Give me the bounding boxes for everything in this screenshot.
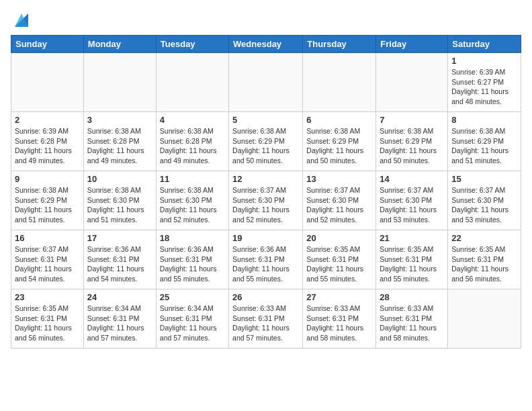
day-number: 19 bbox=[232, 233, 299, 243]
day-number: 18 bbox=[160, 233, 225, 243]
day-info: Sunrise: 6:33 AM Sunset: 6:31 PM Dayligh… bbox=[306, 304, 372, 343]
day-info: Sunrise: 6:38 AM Sunset: 6:28 PM Dayligh… bbox=[87, 126, 152, 166]
day-info: Sunrise: 6:37 AM Sunset: 6:31 PM Dayligh… bbox=[15, 244, 80, 284]
calendar-week-row: 23Sunrise: 6:35 AM Sunset: 6:31 PM Dayli… bbox=[11, 289, 521, 349]
calendar-cell bbox=[376, 53, 448, 112]
day-number: 12 bbox=[232, 174, 299, 184]
day-number: 10 bbox=[87, 174, 152, 184]
day-info: Sunrise: 6:33 AM Sunset: 6:31 PM Dayligh… bbox=[232, 304, 299, 343]
calendar-day-header: Monday bbox=[83, 36, 156, 53]
calendar-day-header: Saturday bbox=[448, 36, 521, 53]
calendar-cell: 2Sunrise: 6:39 AM Sunset: 6:28 PM Daylig… bbox=[11, 112, 84, 171]
calendar-cell bbox=[303, 53, 376, 112]
calendar-cell bbox=[83, 53, 156, 112]
day-number: 22 bbox=[451, 233, 517, 243]
day-number: 8 bbox=[451, 115, 517, 125]
day-number: 2 bbox=[15, 115, 80, 125]
day-info: Sunrise: 6:35 AM Sunset: 6:31 PM Dayligh… bbox=[451, 244, 517, 284]
calendar-cell: 14Sunrise: 6:37 AM Sunset: 6:30 PM Dayli… bbox=[376, 171, 448, 230]
page: SundayMondayTuesdayWednesdayThursdayFrid… bbox=[0, 0, 532, 411]
calendar-cell: 12Sunrise: 6:37 AM Sunset: 6:30 PM Dayli… bbox=[229, 171, 303, 230]
calendar-header-row: SundayMondayTuesdayWednesdayThursdayFrid… bbox=[11, 36, 521, 53]
calendar-cell: 27Sunrise: 6:33 AM Sunset: 6:31 PM Dayli… bbox=[303, 289, 376, 349]
day-number: 25 bbox=[160, 292, 225, 302]
day-number: 1 bbox=[451, 56, 517, 66]
calendar-cell: 19Sunrise: 6:36 AM Sunset: 6:31 PM Dayli… bbox=[229, 230, 303, 289]
day-info: Sunrise: 6:38 AM Sunset: 6:30 PM Dayligh… bbox=[160, 185, 225, 225]
day-info: Sunrise: 6:33 AM Sunset: 6:31 PM Dayligh… bbox=[380, 304, 444, 343]
calendar-cell bbox=[229, 53, 303, 112]
day-info: Sunrise: 6:38 AM Sunset: 6:29 PM Dayligh… bbox=[380, 126, 444, 166]
day-info: Sunrise: 6:38 AM Sunset: 6:30 PM Dayligh… bbox=[87, 185, 152, 225]
day-info: Sunrise: 6:38 AM Sunset: 6:29 PM Dayligh… bbox=[232, 126, 299, 166]
day-number: 23 bbox=[15, 292, 80, 302]
calendar-cell: 4Sunrise: 6:38 AM Sunset: 6:28 PM Daylig… bbox=[156, 112, 228, 171]
calendar-day-header: Sunday bbox=[11, 36, 84, 53]
day-info: Sunrise: 6:39 AM Sunset: 6:28 PM Dayligh… bbox=[15, 126, 80, 166]
day-info: Sunrise: 6:34 AM Sunset: 6:31 PM Dayligh… bbox=[87, 304, 152, 343]
day-info: Sunrise: 6:37 AM Sunset: 6:30 PM Dayligh… bbox=[380, 185, 444, 225]
calendar-cell: 15Sunrise: 6:37 AM Sunset: 6:30 PM Dayli… bbox=[448, 171, 521, 230]
calendar-cell: 7Sunrise: 6:38 AM Sunset: 6:29 PM Daylig… bbox=[376, 112, 448, 171]
calendar-cell: 22Sunrise: 6:35 AM Sunset: 6:31 PM Dayli… bbox=[448, 230, 521, 289]
calendar-table: SundayMondayTuesdayWednesdayThursdayFrid… bbox=[11, 35, 521, 349]
day-number: 15 bbox=[451, 174, 517, 184]
calendar-cell bbox=[11, 53, 84, 112]
day-number: 24 bbox=[87, 292, 152, 302]
calendar-cell: 26Sunrise: 6:33 AM Sunset: 6:31 PM Dayli… bbox=[229, 289, 303, 349]
day-info: Sunrise: 6:37 AM Sunset: 6:30 PM Dayligh… bbox=[232, 185, 299, 225]
calendar-cell: 5Sunrise: 6:38 AM Sunset: 6:29 PM Daylig… bbox=[229, 112, 303, 171]
day-info: Sunrise: 6:35 AM Sunset: 6:31 PM Dayligh… bbox=[306, 244, 372, 284]
calendar-cell: 6Sunrise: 6:38 AM Sunset: 6:29 PM Daylig… bbox=[303, 112, 376, 171]
calendar-day-header: Friday bbox=[376, 36, 448, 53]
calendar-cell: 8Sunrise: 6:38 AM Sunset: 6:29 PM Daylig… bbox=[448, 112, 521, 171]
day-info: Sunrise: 6:36 AM Sunset: 6:31 PM Dayligh… bbox=[232, 244, 299, 284]
calendar-week-row: 9Sunrise: 6:38 AM Sunset: 6:29 PM Daylig… bbox=[11, 171, 521, 230]
calendar-cell bbox=[448, 289, 521, 349]
day-number: 7 bbox=[380, 115, 444, 125]
calendar-cell: 3Sunrise: 6:38 AM Sunset: 6:28 PM Daylig… bbox=[83, 112, 156, 171]
day-number: 13 bbox=[306, 174, 372, 184]
day-number: 28 bbox=[380, 292, 444, 302]
header bbox=[11, 11, 521, 30]
calendar-day-header: Thursday bbox=[303, 36, 376, 53]
day-info: Sunrise: 6:37 AM Sunset: 6:30 PM Dayligh… bbox=[451, 185, 517, 225]
day-number: 20 bbox=[306, 233, 372, 243]
calendar-cell: 18Sunrise: 6:36 AM Sunset: 6:31 PM Dayli… bbox=[156, 230, 228, 289]
day-number: 16 bbox=[15, 233, 80, 243]
day-info: Sunrise: 6:36 AM Sunset: 6:31 PM Dayligh… bbox=[87, 244, 152, 284]
day-info: Sunrise: 6:38 AM Sunset: 6:29 PM Dayligh… bbox=[306, 126, 372, 166]
calendar-cell: 25Sunrise: 6:34 AM Sunset: 6:31 PM Dayli… bbox=[156, 289, 228, 349]
calendar-cell: 11Sunrise: 6:38 AM Sunset: 6:30 PM Dayli… bbox=[156, 171, 228, 230]
calendar-cell: 20Sunrise: 6:35 AM Sunset: 6:31 PM Dayli… bbox=[303, 230, 376, 289]
day-info: Sunrise: 6:39 AM Sunset: 6:27 PM Dayligh… bbox=[451, 67, 517, 107]
calendar-cell: 28Sunrise: 6:33 AM Sunset: 6:31 PM Dayli… bbox=[376, 289, 448, 349]
calendar-cell: 10Sunrise: 6:38 AM Sunset: 6:30 PM Dayli… bbox=[83, 171, 156, 230]
calendar-week-row: 16Sunrise: 6:37 AM Sunset: 6:31 PM Dayli… bbox=[11, 230, 521, 289]
day-number: 14 bbox=[380, 174, 444, 184]
day-number: 21 bbox=[380, 233, 444, 243]
day-info: Sunrise: 6:38 AM Sunset: 6:29 PM Dayligh… bbox=[451, 126, 517, 166]
day-info: Sunrise: 6:35 AM Sunset: 6:31 PM Dayligh… bbox=[380, 244, 444, 284]
calendar-cell: 9Sunrise: 6:38 AM Sunset: 6:29 PM Daylig… bbox=[11, 171, 84, 230]
logo-icon bbox=[12, 11, 31, 30]
calendar-cell: 1Sunrise: 6:39 AM Sunset: 6:27 PM Daylig… bbox=[448, 53, 521, 112]
day-number: 6 bbox=[306, 115, 372, 125]
day-number: 27 bbox=[306, 292, 372, 302]
logo bbox=[11, 11, 31, 30]
calendar-cell bbox=[156, 53, 228, 112]
day-number: 9 bbox=[15, 174, 80, 184]
day-info: Sunrise: 6:35 AM Sunset: 6:31 PM Dayligh… bbox=[15, 304, 80, 343]
day-number: 26 bbox=[232, 292, 299, 302]
day-number: 4 bbox=[160, 115, 225, 125]
calendar-cell: 16Sunrise: 6:37 AM Sunset: 6:31 PM Dayli… bbox=[11, 230, 84, 289]
day-number: 17 bbox=[87, 233, 152, 243]
calendar-day-header: Wednesday bbox=[229, 36, 303, 53]
day-number: 5 bbox=[232, 115, 299, 125]
day-info: Sunrise: 6:38 AM Sunset: 6:28 PM Dayligh… bbox=[160, 126, 225, 166]
day-info: Sunrise: 6:37 AM Sunset: 6:30 PM Dayligh… bbox=[306, 185, 372, 225]
calendar-cell: 13Sunrise: 6:37 AM Sunset: 6:30 PM Dayli… bbox=[303, 171, 376, 230]
calendar-week-row: 2Sunrise: 6:39 AM Sunset: 6:28 PM Daylig… bbox=[11, 112, 521, 171]
day-info: Sunrise: 6:34 AM Sunset: 6:31 PM Dayligh… bbox=[160, 304, 225, 343]
day-number: 11 bbox=[160, 174, 225, 184]
